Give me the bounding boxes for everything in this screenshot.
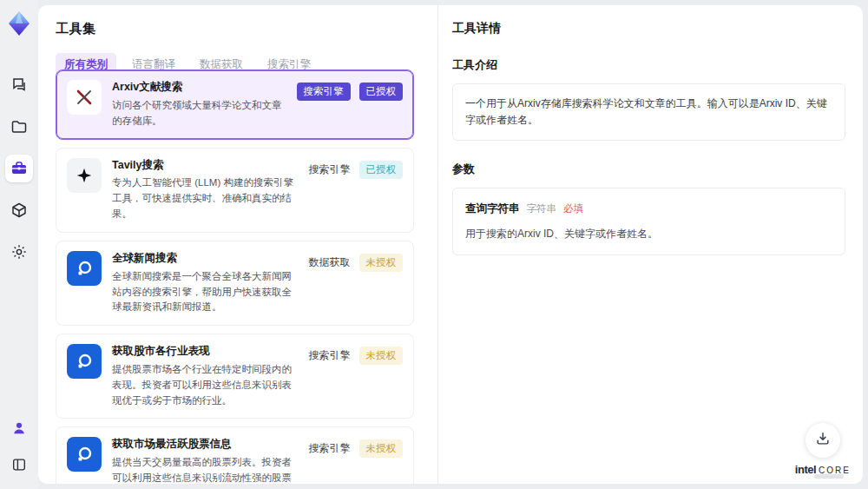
intel-core-logo: intel CORE xyxy=(795,463,851,479)
sidebar xyxy=(0,0,38,489)
folder-icon xyxy=(10,118,28,135)
page-title: 工具集 xyxy=(56,21,437,37)
auth-badge: 未授权 xyxy=(359,347,404,365)
news-search-icon xyxy=(67,344,102,379)
tool-desc: 访问各个研究领域大量科学论文和文章的存储库。 xyxy=(112,98,288,129)
toolbox-icon xyxy=(10,160,28,177)
tool-desc: 全球新闻搜索是一个聚合全球各大新闻网站内容的搜索引擎，帮助用户快速获取全球最新资… xyxy=(112,269,300,315)
tool-name: Arxiv文献搜索 xyxy=(112,80,288,95)
tools-column: 工具集 所有类别 语言翻译 数据获取 搜索引擎 A xyxy=(38,5,438,484)
category-label: 数据获取 xyxy=(309,255,351,270)
panel-toggle-icon xyxy=(11,457,27,472)
corner-widgets: intel CORE xyxy=(795,423,851,479)
gear-icon xyxy=(10,243,28,261)
tool-card-tavily[interactable]: Tavily搜索 专为人工智能代理 (LLM) 构建的搜索引擎工具，可快速提供实… xyxy=(56,148,414,233)
cube-icon xyxy=(10,202,28,219)
sidebar-item-tools[interactable] xyxy=(5,155,33,182)
param-required-flag: 必填 xyxy=(563,201,583,216)
tool-name: 获取股市各行业表现 xyxy=(112,344,300,359)
tool-name: Tavily搜索 xyxy=(112,158,300,173)
tool-name: 全球新闻搜索 xyxy=(112,251,300,266)
sidebar-item-chat[interactable] xyxy=(5,71,33,99)
user-avatar-button[interactable] xyxy=(5,414,33,442)
user-icon xyxy=(11,420,27,436)
download-button[interactable] xyxy=(806,423,840,458)
param-box: 查询字符串 字符串 必填 用于搜索的Arxiv ID、关键字或作者姓名。 xyxy=(452,188,845,254)
param-type: 字符串 xyxy=(527,201,557,216)
sidebar-item-files[interactable] xyxy=(5,113,33,141)
tool-desc: 提供股票市场各个行业在特定时间段内的表现。投资者可以利用这些信息来识别表现优于或… xyxy=(112,362,300,408)
core-wordmark: CORE xyxy=(819,466,851,475)
auth-badge: 已授权 xyxy=(359,83,404,101)
tool-name: 获取市场最活跃股票信息 xyxy=(112,437,300,452)
param-desc: 用于搜索的Arxiv ID、关键字或作者姓名。 xyxy=(465,226,832,242)
param-name: 查询字符串 xyxy=(465,200,520,217)
main-panel: 工具集 所有类别 语言翻译 数据获取 搜索引擎 A xyxy=(38,5,863,484)
tool-card-most-active-stocks[interactable]: 获取市场最活跃股票信息 提供当天交易量最高的股票列表。投资者可以利用这些信息来识… xyxy=(56,426,414,484)
arxiv-icon xyxy=(67,80,102,115)
auth-badge: 已授权 xyxy=(359,161,404,179)
tool-list: Arxiv文献搜索 访问各个研究领域大量科学论文和文章的存储库。 搜索引擎 已授… xyxy=(56,69,416,484)
sidebar-item-settings[interactable] xyxy=(5,238,33,266)
tool-desc: 提供当天交易量最高的股票列表。投资者可以利用这些信息来识别流动性强的股票和潜在的… xyxy=(112,455,300,484)
tool-desc: 专为人工智能代理 (LLM) 构建的搜索引擎工具，可快速提供实时、准确和真实的结… xyxy=(112,175,300,221)
intro-text: 一个用于从Arxiv存储库搜索科学论文和文章的工具。输入可以是Arxiv ID、… xyxy=(465,97,827,126)
intro-box: 一个用于从Arxiv存储库搜索科学论文和文章的工具。输入可以是Arxiv ID、… xyxy=(452,83,845,141)
params-heading: 参数 xyxy=(452,162,845,177)
sparkle-icon xyxy=(67,158,102,193)
category-label: 搜索引擎 xyxy=(309,348,351,363)
news-search-icon xyxy=(67,251,102,286)
chat-icon xyxy=(10,76,28,94)
tool-card-sector-performance[interactable]: 获取股市各行业表现 提供股票市场各个行业在特定时间段内的表现。投资者可以利用这些… xyxy=(56,334,414,419)
category-label: 搜索引擎 xyxy=(309,162,351,177)
category-badge: 搜索引擎 xyxy=(297,83,351,101)
news-search-icon xyxy=(67,437,102,472)
detail-column: 工具详情 工具介绍 一个用于从Arxiv存储库搜索科学论文和文章的工具。输入可以… xyxy=(438,5,863,484)
auth-badge: 未授权 xyxy=(359,254,404,272)
sidebar-item-packages[interactable] xyxy=(5,196,33,224)
intel-wordmark: intel xyxy=(795,463,816,476)
app-logo xyxy=(5,9,33,38)
sidebar-bottom xyxy=(5,414,33,489)
auth-badge: 未授权 xyxy=(359,439,404,458)
app-window: 工具集 所有类别 语言翻译 数据获取 搜索引擎 A xyxy=(0,0,868,489)
intro-heading: 工具介绍 xyxy=(452,57,845,73)
sidebar-nav xyxy=(5,71,33,266)
collapse-panel-button[interactable] xyxy=(5,451,33,479)
detail-title: 工具详情 xyxy=(452,21,845,36)
category-label: 搜索引擎 xyxy=(309,441,351,456)
tool-card-arxiv[interactable]: Arxiv文献搜索 访问各个研究领域大量科学论文和文章的存储库。 搜索引擎 已授… xyxy=(56,69,414,140)
tool-card-global-news[interactable]: 全球新闻搜索 全球新闻搜索是一个聚合全球各大新闻网站内容的搜索引擎，帮助用户快速… xyxy=(56,241,414,326)
download-icon xyxy=(815,431,831,450)
